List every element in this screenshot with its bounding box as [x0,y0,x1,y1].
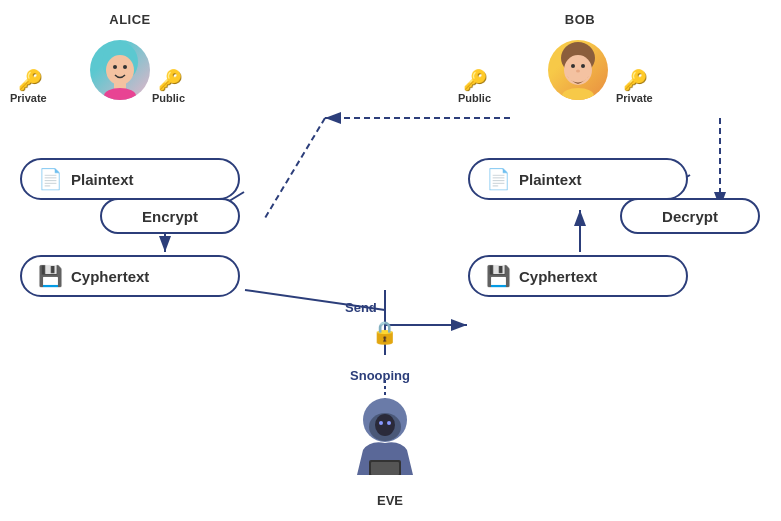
alice-cyphertext-box: 💾 Cyphertext [20,255,240,297]
bob-decrypt-box: Decrypt [620,198,760,234]
alice-avatar [90,40,150,100]
svg-point-21 [104,88,136,100]
svg-line-5 [265,118,325,218]
svg-point-19 [123,65,127,69]
alice-plaintext-icon: 📄 [38,167,63,191]
bob-cyphertext-icon: 💾 [486,264,511,288]
bob-decrypt-label: Decrypt [662,208,718,225]
eve-label: EVE [350,493,430,508]
alice-plaintext-label: Plaintext [71,171,134,188]
svg-point-30 [375,414,395,436]
lock-icon: 🔒 [371,320,398,346]
snooping-label: Snooping [320,368,440,383]
alice-public-key-label: Public [152,92,185,104]
send-label: Send [345,300,377,315]
bob-public-key-icon: 🔑 [463,68,488,92]
alice-plaintext-box: 📄 Plaintext [20,158,240,200]
svg-point-25 [581,64,585,68]
svg-point-27 [562,88,594,100]
svg-point-18 [113,65,117,69]
bob-cyphertext-box: 💾 Cyphertext [468,255,688,297]
alice-label: ALICE [80,12,180,27]
bob-cyphertext-label: Cyphertext [519,268,597,285]
svg-point-32 [387,421,391,425]
bob-avatar [548,40,608,100]
eve-figure [330,395,440,479]
alice-private-key-icon: 🔑 [18,68,43,92]
svg-point-17 [106,55,134,85]
alice-cyphertext-label: Cyphertext [71,268,149,285]
alice-cyphertext-icon: 💾 [38,264,63,288]
svg-point-31 [379,421,383,425]
diagram: ALICE 🔑 Private 🔑 Public 📄 Plaintext Enc… [0,0,781,521]
bob-private-key-icon: 🔑 [623,68,648,92]
alice-private-key-label: Private [10,92,47,104]
alice-encrypt-box: Encrypt [100,198,240,234]
bob-public-key-label: Public [458,92,491,104]
alice-public-key-icon: 🔑 [158,68,183,92]
bob-plaintext-label: Plaintext [519,171,582,188]
bob-plaintext-box: 📄 Plaintext [468,158,688,200]
alice-encrypt-label: Encrypt [142,208,198,225]
svg-point-26 [576,70,580,73]
bob-plaintext-icon: 📄 [486,167,511,191]
bob-private-key-label: Private [616,92,653,104]
svg-rect-34 [371,462,399,475]
svg-point-24 [571,64,575,68]
bob-label: BOB [530,12,630,27]
